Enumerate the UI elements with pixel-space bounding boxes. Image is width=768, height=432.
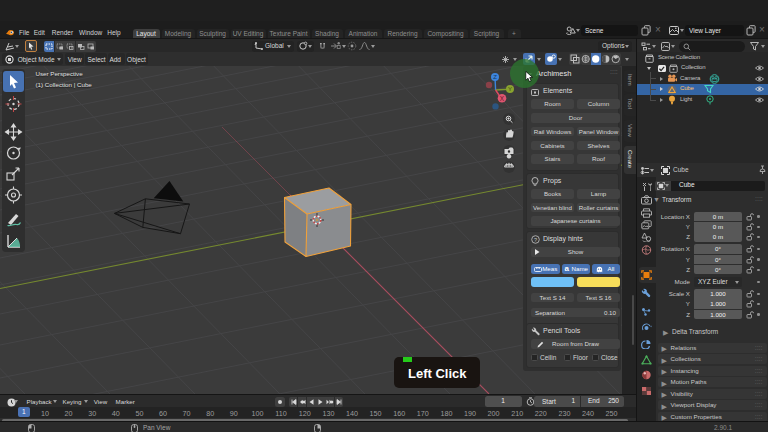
svg-text:X: X xyxy=(500,95,505,102)
svg-text:Z: Z xyxy=(493,74,497,80)
svg-text:?: ? xyxy=(534,237,537,243)
svg-text:Y: Y xyxy=(508,86,512,92)
